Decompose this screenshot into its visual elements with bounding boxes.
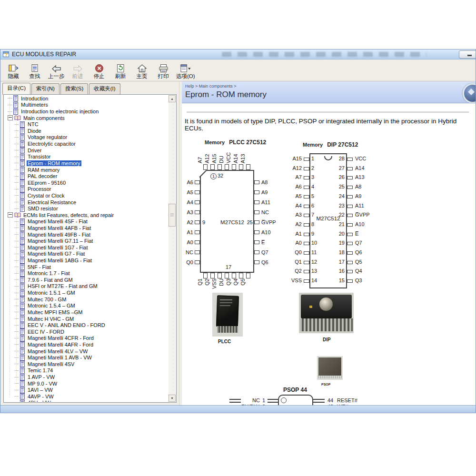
page-icon <box>13 109 19 115</box>
dip-right-pin-label: Q7 <box>355 240 362 246</box>
tree-item-magneti-marelli-49fb-fiat[interactable]: Magneti Marelli 49FB - Fiat <box>4 231 169 238</box>
toolbar-back-button[interactable]: 上一步 <box>46 60 66 80</box>
nav-tabs: 目录(C)索引(N)搜索(S)收藏夹(I) <box>2 82 177 94</box>
tree-item-4avp-vw[interactable]: 4AVP - VW <box>4 393 169 400</box>
toolbar-refresh-button[interactable]: 刷新 <box>110 60 130 80</box>
tab-contents[interactable]: 目录(C) <box>2 83 30 95</box>
plcc-pin1-marker: 132 <box>210 173 223 179</box>
book-icon <box>14 212 21 218</box>
plcc-left-pin-label: A0 <box>182 239 193 246</box>
tree-item-label: NTC <box>27 121 40 127</box>
toolbar-print-button[interactable]: 打印 <box>153 60 173 80</box>
tree-item-electrical-resistance[interactable]: Electrical Resistance <box>4 199 169 206</box>
toolbar-stop-button[interactable]: 停止 <box>89 60 109 80</box>
plcc-top-pin-label: DU <box>218 142 224 163</box>
tree-item-multec-700-gm[interactable]: Multec 700 - GM <box>4 296 169 303</box>
tree-item-voltage-regulator[interactable]: Voltage regulator <box>4 134 169 141</box>
tree-item-temic-1-74[interactable]: Temic 1.74 <box>4 367 169 374</box>
tree-connector <box>14 241 19 241</box>
plcc-bottom-pin-label: Q2 <box>204 278 210 299</box>
tree-item-electrolytic-capacitor[interactable]: Electrolytic capacitor <box>4 140 169 147</box>
tree-connector <box>14 163 19 163</box>
scroll-up-button[interactable]: ▲ <box>169 95 176 102</box>
tree-item-4dv-vw[interactable]: 4DV - VW <box>4 400 169 402</box>
tree-item-magneti-marelli-g7-fiat[interactable]: Magneti Marelli G7 - Fiat <box>4 251 169 258</box>
scroll-thumb[interactable] <box>169 204 176 227</box>
tree-item-label: Diode <box>27 128 42 134</box>
tree-item-magneti-marelli-g7-11-fiat[interactable]: Magneti Marelli G7.11 – Fiat <box>4 238 169 244</box>
tree-item-label: Multec MPFI EMS –GM <box>27 309 84 315</box>
tree-item-motronic-1-7-fiat[interactable]: Motronic 1.7 - Fiat <box>4 270 169 277</box>
dip-left-pin <box>304 242 309 245</box>
tree-item-hsfi-or-mt27e-fiat-and-gm[interactable]: HSFI or MT27E - Fiat and GM <box>4 283 169 290</box>
tree-item-introduction-to-electronic-injection[interactable]: Introduction to electronic injection <box>4 108 169 115</box>
tree-item-smd-resistor[interactable]: SMD resistor <box>4 205 169 212</box>
tree-item-pal-decoder[interactable]: PAL decoder <box>4 173 169 179</box>
tree-item-ntc[interactable]: NTC <box>4 121 169 128</box>
dip-left-pin-label: A0 <box>280 240 302 246</box>
tree-item-eeprom-95160[interactable]: EEprom - 95160 <box>4 179 169 186</box>
tree-item-magneti-marelli-4lv-vw[interactable]: Magneti Marelli 4LV – VW <box>4 348 169 355</box>
tree-item-magneti-marelli-4sf-fiat[interactable]: Magneti Marelli 4SF - Fiat <box>4 218 169 225</box>
breadcrumb[interactable]: Help > Main components > <box>185 84 476 89</box>
tree-item-motronic-1-5-1-gm[interactable]: Motronic 1.5.1 – GM <box>4 289 169 296</box>
tree-item-magneti-marelli-1abg-fiat[interactable]: Magneti Marelli 1ABG - Fiat <box>4 257 169 264</box>
page-icon <box>20 238 25 244</box>
tree-item-eec-iv-ford[interactable]: EEC IV - FORD <box>4 328 169 335</box>
tree-connector <box>14 293 19 293</box>
page-icon <box>20 341 25 347</box>
tree-item-multec-h-vhc-gm[interactable]: Multec H VHC - GM <box>4 316 169 322</box>
tree-item-introduction[interactable]: Introduction <box>4 95 169 102</box>
tree-item-eprom-rom-memory[interactable]: Eprom - ROM memory <box>4 160 169 167</box>
tree-item-multec-mpfi-ems-gm[interactable]: Multec MPFI EMS –GM <box>4 309 169 316</box>
plcc-left-pin <box>195 220 200 224</box>
page-icon <box>20 270 25 277</box>
dip-left-pin-number: 11 <box>311 249 317 256</box>
tree-item-1-avp-vw[interactable]: 1 AVP - VW <box>4 374 169 380</box>
toolbar-locate-button[interactable]: 查找 <box>25 60 45 80</box>
tree-item-magneti-marelli-1g7-fiat[interactable]: Magneti Marelli 1G7 - Fiat <box>4 244 169 251</box>
tree-item-ecms-list-features-defects-and-repair[interactable]: ECMs list Features, defects, and repair <box>4 212 169 218</box>
dip-left-pin-number: 4 <box>311 184 314 190</box>
tree-item-crystal-or-clock[interactable]: Crystal or Clock <box>4 192 169 199</box>
toolbar-forward-button[interactable]: 前进 <box>68 60 88 80</box>
tree-item-magneti-marelli-4afb-fiat[interactable]: Magneti Marelli 4AFB - Fiat <box>4 225 169 231</box>
tab-favorites[interactable]: 收藏夹(I) <box>89 83 120 94</box>
psop-right-pin-number: 44 <box>327 397 333 404</box>
tree-item-magneti-marelli-1-avb-vw[interactable]: Magneti Marelli 1 AVB - VW <box>4 354 169 361</box>
tree-item-5nf-fiat[interactable]: 5NF - Fiat <box>4 264 169 270</box>
collapse-toggle[interactable] <box>8 212 13 218</box>
tree-scrollbar[interactable]: ▲ ▼ <box>169 95 176 402</box>
tree-item-multimeters[interactable]: Multimeters <box>4 102 169 109</box>
toolbar-options-button[interactable]: 选项(O) <box>175 60 197 80</box>
tree-item-diode[interactable]: Diode <box>4 128 169 134</box>
minimize-button[interactable] <box>459 50 476 59</box>
tree-item-processor[interactable]: Processor <box>4 186 169 193</box>
toolbar-hide-button[interactable]: 隐藏 <box>3 60 23 80</box>
tree-item-eec-v-anil-and-enio-ford[interactable]: EEC V - ANIL AND ENIO - FORD <box>4 322 169 328</box>
plcc-left-pin <box>195 260 200 264</box>
tree-item-magneti-marelli-4sv[interactable]: Magneti Marelli 4SV <box>4 361 169 367</box>
tree-item-magneti-marelli-4cfr-ford[interactable]: Magneti Marelli 4CFR - Ford <box>4 335 169 342</box>
dip-left-pin-label: Q0 <box>280 249 302 256</box>
scroll-down-button[interactable]: ▼ <box>169 395 176 402</box>
tree-item-mp-9-0-vw[interactable]: MP 9.0 - VW <box>4 380 169 387</box>
plcc-right-pin <box>254 190 259 194</box>
toolbar-home-button[interactable]: 主页 <box>132 60 152 80</box>
tree-connector <box>14 286 19 287</box>
tree-item-transistor[interactable]: Transistor <box>4 153 169 160</box>
tree-item-motronic-1-5-4-gm[interactable]: Motronic 1.5.4 – GM <box>4 303 169 309</box>
page-icon <box>20 361 25 367</box>
tree-item-7-9-6-fiat-and-gm[interactable]: 7.9.6 - Fiat and GM <box>4 277 169 283</box>
tree-item-1avi-vw[interactable]: 1AVI – VW <box>4 387 169 393</box>
tree-item-main-components[interactable]: Main components <box>4 115 169 121</box>
tree-item-label: EEprom - 95160 <box>27 180 67 186</box>
tree-item-ram-memory[interactable]: RAM memory <box>4 167 169 173</box>
collapse-toggle[interactable] <box>8 115 13 120</box>
dip-right-pin-label: A10 <box>355 221 365 228</box>
tab-index[interactable]: 索引(N) <box>31 83 60 94</box>
tree-item-magneti-marelli-4afr-ford[interactable]: Magneti Marelli 4AFR - Ford <box>4 341 169 348</box>
tab-search[interactable]: 搜索(S) <box>60 83 88 94</box>
tree-connector <box>14 234 19 235</box>
tree-item-driver[interactable]: Driver <box>4 147 169 154</box>
